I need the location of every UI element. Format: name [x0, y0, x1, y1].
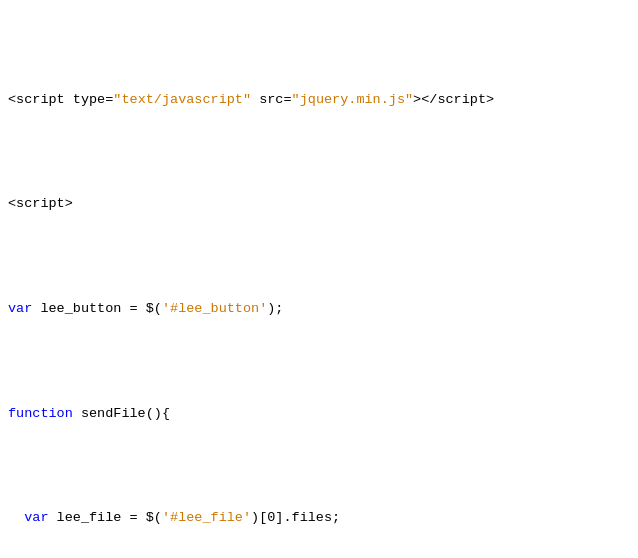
code-line-5: var lee_file = $('#lee_file')[0].files;: [8, 508, 630, 529]
code-line-3: var lee_button = $('#lee_button');: [8, 299, 630, 320]
code-line-1: <script type="text/javascript" src="jque…: [8, 90, 630, 111]
code-line-2: <script>: [8, 194, 630, 215]
code-line-4: function sendFile(){: [8, 404, 630, 425]
code-editor: <script type="text/javascript" src="jque…: [0, 0, 638, 558]
